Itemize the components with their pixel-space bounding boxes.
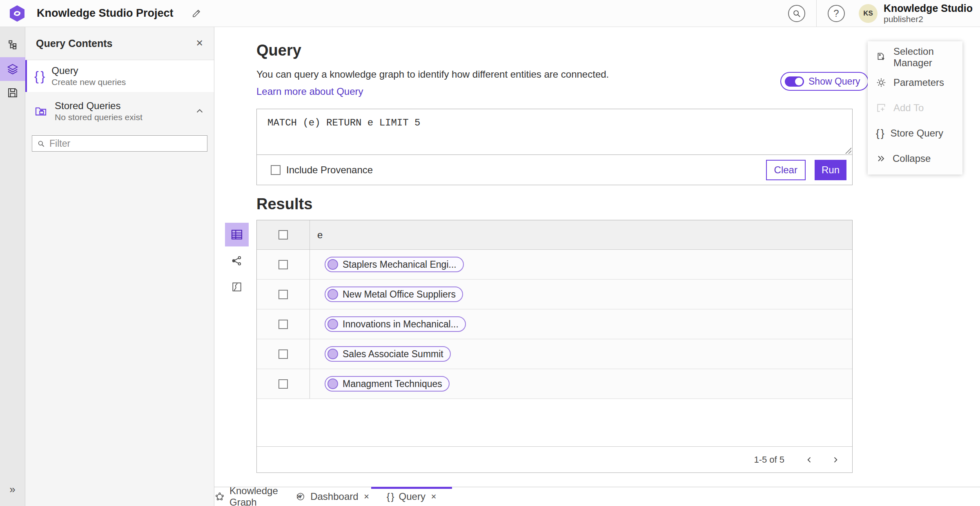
- panel-item-query-description: Create new queries: [51, 77, 126, 87]
- braces-icon: { }: [387, 491, 394, 502]
- table-header-row: e: [257, 220, 852, 250]
- entity-pill[interactable]: Innovations in Mechanical...: [325, 316, 466, 332]
- user-avatar[interactable]: KS: [859, 4, 878, 23]
- parameters-item[interactable]: Parameters: [868, 70, 962, 95]
- selection-manager-item[interactable]: Selection Manager: [868, 45, 962, 70]
- gear-icon: [876, 77, 886, 88]
- link-chart-view-icon[interactable]: [225, 249, 249, 273]
- close-tab-icon[interactable]: ✕: [431, 493, 437, 501]
- include-provenance-label: Include Provenance: [286, 164, 373, 176]
- filter-input[interactable]: [49, 138, 202, 149]
- query-code-input[interactable]: MATCH (e) RETURN e LIMIT 5: [257, 109, 852, 154]
- tab-dashboard[interactable]: Dashboard ✕: [302, 487, 364, 506]
- panel-item-query[interactable]: { } Query Create new queries: [25, 60, 214, 92]
- panel-header: Query Contents ✕: [25, 27, 214, 60]
- entity-pill[interactable]: Managment Techniques: [325, 376, 450, 392]
- layers-icon[interactable]: [0, 57, 25, 81]
- filter-field[interactable]: [32, 135, 207, 152]
- user-name: Knowledge Studio: [884, 3, 973, 14]
- store-query-label: Store Query: [891, 128, 943, 139]
- clear-button[interactable]: Clear: [766, 160, 806, 180]
- include-provenance-checkbox[interactable]: [271, 165, 281, 175]
- results-table: e Staplers Mechanical Engi... New Metal …: [256, 220, 853, 473]
- entity-pill[interactable]: Staplers Mechanical Engi...: [325, 257, 464, 272]
- tab-knowledge-graph[interactable]: Knowledge Graph ✕: [215, 487, 302, 506]
- toggle-switch[interactable]: [785, 76, 804, 87]
- select-all-checkbox[interactable]: [278, 230, 288, 240]
- save-icon[interactable]: [0, 81, 25, 105]
- table-row[interactable]: New Metal Office Suppliers: [257, 280, 852, 309]
- row-checkbox[interactable]: [278, 379, 288, 389]
- project-hierarchy-icon[interactable]: [0, 34, 25, 57]
- table-pagination: 1-5 of 5: [257, 446, 852, 472]
- learn-more-link[interactable]: Learn more about Query: [256, 86, 363, 97]
- chevron-up-icon[interactable]: [195, 107, 204, 116]
- entity-dot-icon: [327, 349, 338, 359]
- table-row[interactable]: Sales Associate Summit: [257, 339, 852, 369]
- query-editor-footer: Include Provenance Clear Run: [257, 155, 852, 185]
- main-content: Query You can query a knowledge graph to…: [214, 27, 980, 506]
- close-tab-icon[interactable]: ✕: [364, 493, 370, 501]
- user-info[interactable]: Knowledge Studio publisher2: [884, 3, 973, 24]
- search-icon: [37, 140, 45, 148]
- query-description: You can query a knowledge graph to ident…: [256, 69, 609, 80]
- parameters-label: Parameters: [893, 77, 944, 88]
- entity-dot-icon: [327, 259, 338, 270]
- query-actions-panel: Selection Manager Parameters Add To { } …: [868, 41, 962, 175]
- tab-label: Knowledge Graph: [229, 485, 291, 506]
- header-checkbox-cell: [257, 220, 310, 249]
- column-header: e: [310, 220, 323, 249]
- query-editor-box: MATCH (e) RETURN e LIMIT 5 Include Prove…: [256, 109, 853, 185]
- edit-title-icon[interactable]: [192, 9, 201, 18]
- entity-label: New Metal Office Suppliers: [343, 289, 456, 300]
- collapse-icon: [876, 154, 886, 163]
- panel-item-stored-queries[interactable]: Stored Queries No stored queries exist: [25, 95, 214, 127]
- braces-icon: { }: [34, 69, 44, 84]
- selection-manager-icon: [876, 52, 886, 63]
- close-panel-icon[interactable]: ✕: [196, 38, 203, 49]
- help-button[interactable]: ?: [828, 5, 845, 22]
- panel-item-stored-label: Stored Queries: [55, 100, 143, 112]
- knowledge-graph-icon: [215, 492, 224, 501]
- project-title: Knowledge Studio Project: [37, 7, 174, 20]
- braces-icon: { }: [876, 127, 884, 140]
- app-header: Knowledge Studio Project ? KS Knowledge …: [0, 0, 980, 27]
- entity-label: Staplers Mechanical Engi...: [343, 259, 457, 270]
- left-toolbar: »: [0, 27, 25, 506]
- row-checkbox[interactable]: [278, 349, 288, 359]
- store-query-item[interactable]: { } Store Query: [868, 121, 962, 146]
- entity-dot-icon: [327, 289, 338, 300]
- entity-label: Sales Associate Summit: [343, 349, 443, 360]
- tab-label: Query: [399, 491, 425, 502]
- previous-page-icon[interactable]: [802, 453, 816, 467]
- panel-title: Query Contents: [36, 38, 196, 49]
- user-role: publisher2: [884, 14, 973, 24]
- run-button[interactable]: Run: [815, 160, 846, 180]
- expand-toolbar-icon[interactable]: »: [0, 477, 25, 501]
- selection-manager-label: Selection Manager: [893, 46, 962, 69]
- query-contents-panel: Query Contents ✕ { } Query Create new qu…: [25, 27, 214, 506]
- tab-query[interactable]: { } Query ✕: [371, 487, 452, 506]
- entity-label: Innovations in Mechanical...: [343, 319, 459, 330]
- table-row[interactable]: Innovations in Mechanical...: [257, 309, 852, 339]
- entity-pill[interactable]: New Metal Office Suppliers: [325, 287, 463, 302]
- search-button[interactable]: [788, 5, 805, 22]
- entity-pill[interactable]: Sales Associate Summit: [325, 346, 451, 362]
- next-page-icon[interactable]: [829, 453, 842, 467]
- map-view-icon[interactable]: [225, 275, 249, 299]
- query-section-title: Query: [256, 42, 301, 59]
- row-checkbox[interactable]: [278, 260, 288, 269]
- app-logo-icon: [8, 4, 26, 22]
- show-query-toggle[interactable]: Show Query: [780, 72, 869, 91]
- table-row[interactable]: Staplers Mechanical Engi...: [257, 250, 852, 280]
- table-view-icon[interactable]: [225, 223, 249, 246]
- tab-label: Dashboard: [310, 491, 358, 502]
- view-tab-bar: Knowledge Graph ✕ Dashboard ✕ { } Query …: [214, 487, 980, 506]
- header-divider: [816, 0, 817, 27]
- table-row[interactable]: Managment Techniques: [257, 369, 852, 399]
- row-checkbox[interactable]: [278, 290, 288, 299]
- entity-dot-icon: [327, 319, 338, 329]
- results-title: Results: [256, 195, 312, 213]
- row-checkbox[interactable]: [278, 320, 288, 329]
- collapse-item[interactable]: Collapse: [868, 146, 962, 171]
